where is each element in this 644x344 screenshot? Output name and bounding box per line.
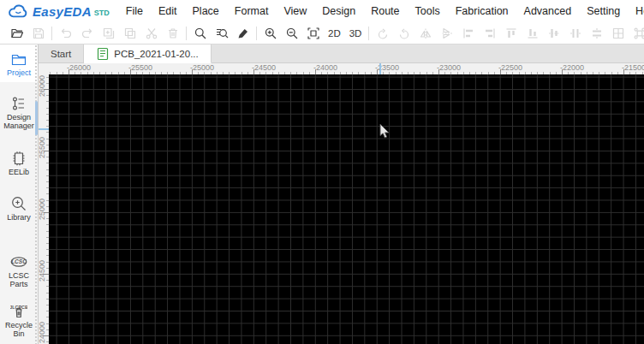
menu-item-edit[interactable]: Edit bbox=[151, 2, 185, 21]
highlighter-button[interactable] bbox=[232, 24, 253, 43]
cursor-position-marker-x bbox=[379, 63, 381, 74]
align-left-button bbox=[457, 24, 479, 43]
ruler-tick bbox=[420, 72, 420, 74]
ruler-tick bbox=[46, 262, 49, 263]
ruler-label: -25500 bbox=[128, 63, 152, 72]
align-middle-button bbox=[543, 24, 564, 43]
menu-item-help[interactable]: Help bbox=[628, 2, 644, 21]
ruler-tick bbox=[463, 72, 464, 74]
sidebar-item-project[interactable]: Project bbox=[0, 44, 38, 82]
tool-3d-button[interactable]: 3D bbox=[345, 28, 367, 39]
ruler-tick bbox=[537, 72, 538, 74]
find-similar-icon bbox=[215, 27, 229, 40]
rotate-right-button bbox=[393, 24, 414, 43]
sidebar-item-label: Bin bbox=[0, 329, 38, 339]
ruler-tick bbox=[46, 237, 49, 238]
ruler-tick bbox=[155, 72, 156, 74]
tab-label: Start bbox=[51, 49, 71, 59]
menu-item-place[interactable]: Place bbox=[185, 2, 227, 21]
sidebar-item-eelib[interactable]: EELib bbox=[0, 144, 38, 181]
ruler-tick bbox=[142, 72, 143, 74]
menu-item-advanced[interactable]: Advanced bbox=[516, 2, 580, 21]
ruler-tick bbox=[525, 72, 526, 74]
menu-item-setting[interactable]: Setting bbox=[579, 2, 628, 21]
align-bottom-button bbox=[522, 24, 543, 43]
ruler-tick bbox=[46, 132, 49, 133]
sidebar-item-label: Library bbox=[0, 213, 38, 222]
menu-item-route[interactable]: Route bbox=[363, 2, 407, 21]
ruler-tick bbox=[303, 72, 304, 74]
app-edition-badge: STD bbox=[94, 9, 110, 17]
sidebar-item-label: LCSC bbox=[0, 271, 38, 281]
zoom-fit-button[interactable] bbox=[302, 24, 324, 43]
cut-button bbox=[140, 24, 162, 43]
rotate-right-icon bbox=[397, 27, 411, 40]
open-folder-icon bbox=[10, 27, 24, 40]
sidebar-item-label: Manager bbox=[0, 122, 38, 131]
ruler-tick bbox=[383, 72, 384, 74]
zoom-out-button[interactable] bbox=[281, 24, 302, 43]
search-button[interactable] bbox=[189, 24, 211, 43]
sidebar-item-label: Parts bbox=[0, 280, 38, 289]
align-bottom-icon bbox=[526, 27, 540, 40]
toolbar-separator bbox=[368, 27, 369, 40]
ruler-tick bbox=[278, 72, 279, 74]
ruler-tick bbox=[46, 139, 49, 139]
app-logo[interactable]: EasyEDA STD bbox=[7, 3, 110, 20]
vertical-ruler: 2600025500250002450024000 bbox=[39, 74, 49, 344]
sidebar-splitter[interactable] bbox=[34, 44, 38, 344]
save-icon bbox=[32, 27, 45, 40]
ruler-tick bbox=[457, 72, 458, 74]
sidebar-item-lcsc-parts[interactable]: LCSCLCSCParts bbox=[0, 247, 38, 294]
ruler-tick bbox=[321, 72, 322, 74]
ruler-label: -26000 bbox=[67, 63, 91, 72]
menu-item-format[interactable]: Format bbox=[227, 2, 277, 21]
tool-2d-button[interactable]: 2D bbox=[324, 28, 345, 39]
ruler-tick bbox=[149, 72, 150, 74]
sidebar-item-design-manager[interactable]: DesignManager bbox=[0, 89, 38, 135]
ruler-tick bbox=[46, 175, 49, 176]
ruler-tick bbox=[358, 72, 359, 74]
ruler-label: 26000 bbox=[39, 75, 46, 97]
ruler-tick bbox=[531, 72, 532, 74]
ruler-tick bbox=[432, 72, 433, 74]
open-folder-button[interactable] bbox=[6, 24, 27, 43]
ruler-tick bbox=[259, 72, 260, 74]
sidebar-item-library[interactable]: Library bbox=[0, 189, 38, 227]
menu-item-design[interactable]: Design bbox=[314, 2, 363, 21]
ruler-tick bbox=[223, 72, 224, 74]
ruler-tick bbox=[574, 72, 575, 74]
ruler-tick bbox=[46, 145, 49, 145]
ruler-tick bbox=[402, 72, 402, 74]
canvas-area[interactable]: -26000-25500-25000-24500-24000-23500-230… bbox=[39, 63, 644, 344]
sidebar-scrollbar-thumb[interactable] bbox=[35, 101, 38, 135]
design-manager-icon bbox=[0, 94, 38, 113]
main-area: ProjectDesignManagerEELibLibraryLCSCLCSC… bbox=[0, 44, 644, 344]
ruler-tick bbox=[80, 72, 81, 74]
ruler-tick bbox=[506, 72, 507, 74]
ruler-tick bbox=[242, 72, 242, 74]
tab-pcb-2021-01-20[interactable]: PCB_2021-01-20... bbox=[84, 44, 211, 63]
menu-item-fabrication[interactable]: Fabrication bbox=[448, 2, 516, 21]
sidebar-item-recycle-bin[interactable]: JLCPCBRecycleBin bbox=[0, 297, 38, 343]
flip-horizontal-icon bbox=[419, 27, 432, 40]
menu-item-tools[interactable]: Tools bbox=[408, 2, 448, 21]
flip-vertical-button bbox=[436, 24, 457, 43]
ruler-tick bbox=[204, 72, 205, 74]
ruler-tick bbox=[46, 114, 49, 115]
ruler-label: 25500 bbox=[39, 137, 46, 158]
ruler-tick bbox=[173, 72, 174, 74]
project-folder-icon bbox=[0, 50, 38, 68]
find-similar-button[interactable] bbox=[211, 24, 232, 43]
tab-start[interactable]: Start bbox=[39, 44, 84, 62]
ruler-label: -23000 bbox=[437, 63, 461, 72]
duplicate-button bbox=[119, 24, 140, 43]
ruler-tick bbox=[408, 72, 408, 74]
pcb-canvas[interactable] bbox=[49, 74, 644, 344]
ruler-tick bbox=[46, 243, 49, 244]
menu-item-view[interactable]: View bbox=[276, 2, 314, 21]
ruler-tick bbox=[290, 72, 291, 74]
menu-item-file[interactable]: File bbox=[118, 2, 151, 21]
ruler-tick bbox=[46, 224, 49, 225]
zoom-in-button[interactable] bbox=[259, 24, 281, 43]
